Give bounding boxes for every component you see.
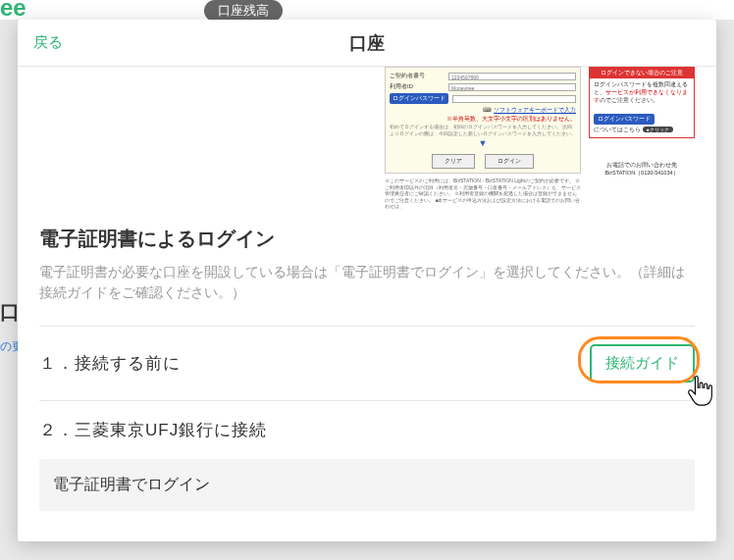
password-note-muted: 初めてログインする場合は、初回のログインパスワードを入力してください。 次回より… [390,124,576,136]
modal-title: 口座 [18,31,716,55]
notice-body-post: のでご注意ください。 [600,97,658,103]
keyboard-icon: ⌨ [483,107,492,113]
user-id-label: 利用者ID [390,82,445,91]
contact-info: お電話でのお問い合わせ先 BizSTATION（0120-541034） [589,162,695,176]
contract-field: 1234567890 [448,73,576,80]
step-1-label: １．接続する前に [39,352,181,375]
contact-title: お電話でのお問い合わせ先 [589,162,695,169]
notice-preview-column: ログインできない場合のご注意 ログインパスワードを複数回違えると、サービスが利用… [589,67,695,210]
modal-header: 戻る 口座 [18,20,716,67]
down-arrow-icon: ▼ [390,138,576,148]
contact-number: BizSTATION（0120-541034） [589,170,695,177]
cert-login-description: 電子証明書が必要な口座を開設している場合は「電子証明書でログイン」を選択してくだ… [18,262,716,326]
app-logo-fragment: ee [0,0,26,22]
cert-login-item-label: 電子証明書でログイン [53,475,210,495]
click-pill: ●クリック [643,127,673,132]
login-panel: ご契約者番号 1234567890 利用者ID Moneytree ログインパス… [385,67,581,174]
cert-login-item[interactable]: 電子証明書でログイン [39,459,695,511]
password-note-red: ※半角英数、大文字小文字の区別はありません。 [390,115,576,124]
balance-pill: 口座残高 [204,0,283,22]
step-2-label: ２．三菱東京UFJ銀行に接続 [39,419,267,441]
login-form-preview: ご契約者番号 1234567890 利用者ID Moneytree ログインパス… [385,67,581,210]
notice-body: ログインパスワードを複数回違えると、サービスが利用できなくなりますのでご注意くだ… [594,81,690,104]
account-modal: 戻る 口座 ご契約者番号 1234567890 利用者ID Moneytree … [18,20,716,541]
back-button[interactable]: 戻る [18,33,79,52]
contract-label: ご契約者番号 [390,72,445,80]
preview-screenshot-row: ご契約者番号 1234567890 利用者ID Moneytree ログインパス… [18,67,716,226]
step-1-before-connect[interactable]: １．接続する前に 接続ガイド [39,326,695,400]
login-button-preview: ログイン [485,154,534,169]
password-label: ログインパスワード [390,93,448,104]
notice-below-text: についてはこちら [594,127,641,132]
login-footer-notes: ※このサービスのご利用には、BizSTATION・BizSTATION Ligh… [385,178,581,210]
modal-body: ご契約者番号 1234567890 利用者ID Moneytree ログインパス… [18,67,716,541]
notice-title: ログインできない場合のご注意 [590,68,694,78]
cert-login-title: 電子証明書によるログイン [18,226,716,262]
user-id-field: Moneytree [448,83,576,91]
login-notice-panel: ログインできない場合のご注意 ログインパスワードを複数回違えると、サービスが利用… [589,67,695,138]
step-2-connect-mufg[interactable]: ２．三菱東京UFJ銀行に接続 [39,400,695,459]
login-password-button-preview: ログインパスワード [594,114,655,125]
bg-side-header: 口 [0,299,20,326]
sw-keyboard-link: ソフトウェアキーボードで入力 [494,107,576,113]
connection-guide-button[interactable]: 接続ガイド [590,344,695,382]
clear-button-preview: クリア [432,154,475,169]
password-field [452,95,576,103]
